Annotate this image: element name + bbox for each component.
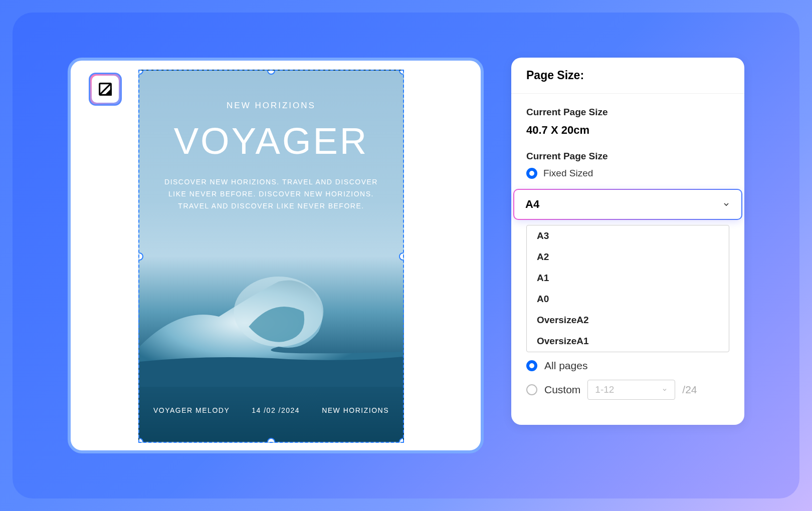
dropdown-selected-value: A4 xyxy=(525,198,539,211)
custom-range-placeholder: 1-12 xyxy=(595,384,614,395)
panel-header: Page Size: xyxy=(511,58,744,94)
footer-left: VOYAGER MELODY xyxy=(153,406,230,414)
resize-handle[interactable] xyxy=(399,252,404,261)
fixed-sized-label: Fixed Sized xyxy=(543,168,593,179)
total-pages: /24 xyxy=(682,384,697,396)
custom-label: Custom xyxy=(544,384,580,396)
dropdown-option[interactable]: A1 xyxy=(527,268,729,289)
dropdown-option[interactable]: OversizeA1 xyxy=(527,331,729,352)
document-footer: VOYAGER MELODY 14 /02 /2024 NEW HORIZION… xyxy=(139,406,403,414)
canvas-area: NEW HORIZIONS VOYAGER DISCOVER NEW HORIZ… xyxy=(68,58,484,453)
dropdown-option[interactable]: A3 xyxy=(527,225,729,246)
dropdown-option[interactable]: A2 xyxy=(527,246,729,268)
fixed-sized-option[interactable]: Fixed Sized xyxy=(526,168,729,179)
page-size-panel: Page Size: Current Page Size 40.7 X 20cm… xyxy=(511,58,744,425)
document-subtitle: NEW HORIZIONS xyxy=(154,101,388,111)
size-dropdown[interactable]: A4 xyxy=(513,189,742,220)
document-description: DISCOVER NEW HORIZIONS. TRAVEL AND DISCO… xyxy=(154,176,388,212)
dropdown-option[interactable]: A0 xyxy=(527,289,729,310)
all-pages-option[interactable]: All pages xyxy=(526,360,729,372)
radio-checked-icon xyxy=(526,168,537,179)
custom-range-input[interactable]: 1-12 xyxy=(587,380,675,400)
chevron-down-icon xyxy=(662,387,668,393)
footer-center: 14 /02 /2024 xyxy=(252,406,300,414)
document-preview[interactable]: NEW HORIZIONS VOYAGER DISCOVER NEW HORIZ… xyxy=(138,70,404,443)
radio-unchecked-icon xyxy=(526,384,537,395)
crop-icon xyxy=(97,81,114,98)
custom-range-option[interactable]: Custom 1-12 /24 xyxy=(526,380,729,400)
dropdown-option[interactable]: OversizeA2 xyxy=(527,310,729,331)
current-size-value: 40.7 X 20cm xyxy=(526,124,729,137)
current-size-label-2: Current Page Size xyxy=(526,151,729,162)
all-pages-label: All pages xyxy=(544,360,587,372)
size-dropdown-list: A3 A2 A1 A0 OversizeA2 OversizeA1 xyxy=(526,225,729,352)
current-size-label: Current Page Size xyxy=(526,107,729,118)
radio-checked-icon xyxy=(526,360,537,371)
chevron-down-icon xyxy=(722,200,730,208)
wave-image xyxy=(139,246,403,387)
resize-handle[interactable] xyxy=(267,438,275,443)
document-title: VOYAGER xyxy=(154,120,388,162)
footer-right: NEW HORIZIONS xyxy=(322,406,389,414)
resize-handle[interactable] xyxy=(138,438,143,443)
resize-handle[interactable] xyxy=(399,438,404,443)
crop-tool-button[interactable] xyxy=(89,73,122,106)
